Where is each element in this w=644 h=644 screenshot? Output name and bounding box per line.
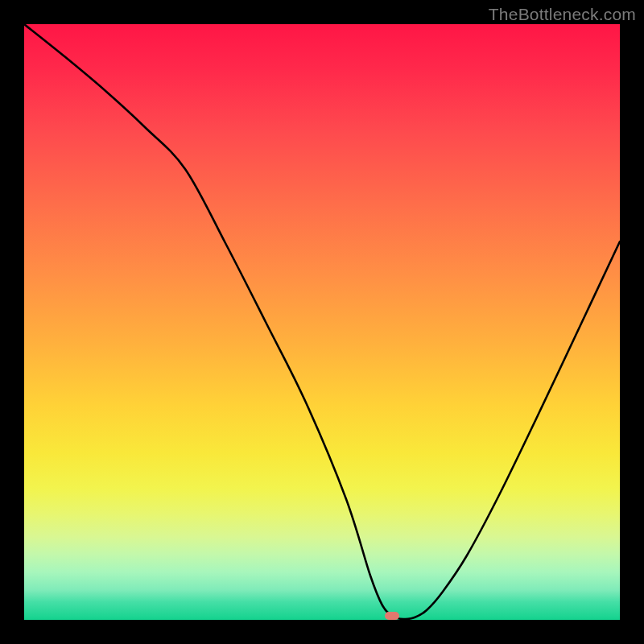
chart-container: TheBottleneck.com	[0, 0, 644, 644]
curve-svg	[24, 24, 620, 620]
watermark-text: TheBottleneck.com	[489, 5, 636, 24]
optimal-point-marker	[385, 612, 399, 620]
bottleneck-curve-path	[24, 24, 620, 619]
plot-area	[24, 24, 620, 620]
